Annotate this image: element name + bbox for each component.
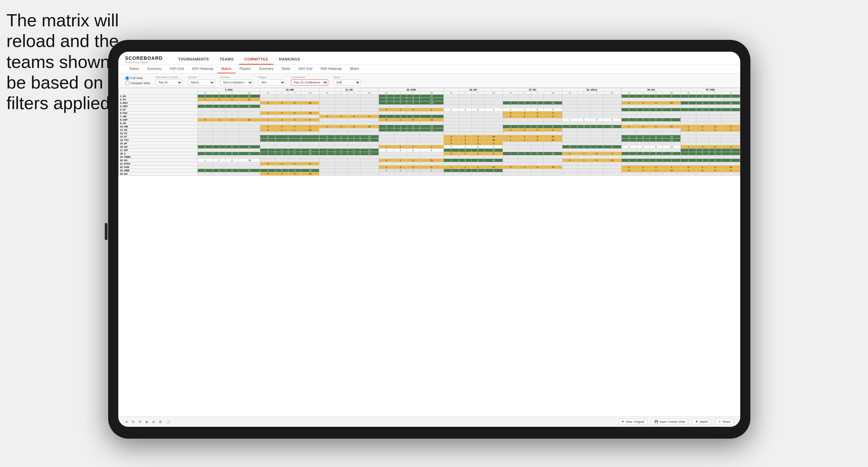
nav-item-rankings[interactable]: RANKINGS <box>273 54 306 65</box>
max-teams-select[interactable]: Top 25 Top 10 Top 50 <box>155 79 183 85</box>
zoom-out-icon[interactable]: ⊖ <box>152 420 155 424</box>
zoom-icon[interactable]: ⊕ <box>145 420 148 424</box>
subnav-teams[interactable]: Teams <box>125 65 143 73</box>
nav-item-committee[interactable]: COMMITTEE <box>239 54 274 65</box>
region-select[interactable]: N/A East West <box>259 79 286 85</box>
matrix-cell <box>562 108 577 112</box>
matrix-cell: 0 <box>696 152 709 155</box>
division-filter: Division NCAA Division I NCAA Division I… <box>220 76 253 85</box>
matrix-cell: 0 <box>335 149 347 152</box>
matrix-cell <box>335 159 347 162</box>
conference-select[interactable]: Pac-12 Conference (All) ACC <box>291 79 328 85</box>
redo-icon[interactable]: ↻ <box>132 420 135 424</box>
matrix-cell <box>225 172 238 176</box>
matrix-cell: 1 <box>590 145 603 149</box>
matrix-cell <box>544 105 562 108</box>
subnav-h2h-heatmap1[interactable]: H2H Heatmap <box>188 65 217 73</box>
table-row: 23. UNM200-212002500101000011101600 <box>119 169 740 172</box>
matrix-cell <box>722 172 740 176</box>
subnav-h2h-grid1[interactable]: H2H Grid <box>166 65 188 73</box>
matrix-cell: 2 <box>621 139 636 142</box>
gender-select[interactable]: Men's Women's <box>188 79 215 85</box>
matrix-cell <box>335 122 347 125</box>
matrix-cell <box>590 132 603 135</box>
tablet-side-button[interactable] <box>105 223 107 240</box>
matrix-cell <box>288 135 301 139</box>
matrix-cell <box>335 132 347 135</box>
undo-icon[interactable]: ↺ <box>125 420 128 424</box>
matrix-cell <box>419 172 443 176</box>
matrix-cell: 0 <box>319 115 335 118</box>
matrix-cell: 0 <box>603 118 621 122</box>
matrix-cell <box>275 98 288 101</box>
sh-d2: Dif <box>301 92 319 95</box>
matrix-cell <box>419 139 443 142</box>
matrix-cell: 0 <box>650 139 662 142</box>
nav-item-tournaments[interactable]: TOURNAMENTS <box>173 54 214 65</box>
matrix-cell: 0 <box>562 152 577 155</box>
matrix-cell <box>544 172 562 176</box>
clock-icon[interactable]: 🕐 <box>166 420 170 424</box>
full-view-radio[interactable]: Full View <box>125 76 150 80</box>
matrix-cell <box>709 155 722 159</box>
refresh-icon[interactable]: ⟳ <box>139 420 141 424</box>
matrix-cell <box>603 169 621 172</box>
matrix-cell: 44 <box>722 166 740 169</box>
matrix-cell: 1 <box>518 125 531 128</box>
matrix-area[interactable]: 3. ASU 10. UW 11. UA 22. UCB 24. UO 27. … <box>118 88 740 416</box>
matrix-cell <box>275 135 288 139</box>
matrix-cell <box>603 172 621 176</box>
save-custom-btn[interactable]: 💾 Save Custom View <box>651 419 688 425</box>
matrix-cell: 0 <box>360 115 379 118</box>
matrix-cell <box>562 132 577 135</box>
team-select[interactable]: (All) <box>334 79 361 85</box>
settings-icon[interactable]: ⚙ <box>159 420 162 424</box>
view-radio-group: Full View Compact View <box>125 76 150 85</box>
max-teams-filter: Max teams in view Top 25 Top 10 Top 50 <box>155 76 183 85</box>
subnav-players[interactable]: Players <box>236 65 255 73</box>
matrix-cell <box>603 128 621 132</box>
matrix-cell: 3 <box>681 101 696 105</box>
matrix-cell <box>681 135 696 139</box>
matrix-cell: 1 <box>443 149 459 152</box>
subnav-detail[interactable]: Detail <box>278 65 294 73</box>
matrix-cell <box>260 122 275 125</box>
subnav-h2h-grid2[interactable]: H2H Grid <box>294 65 316 73</box>
matrix-cell: 0 <box>443 135 459 139</box>
matrix-cell <box>394 155 407 159</box>
matrix-cell: 0 <box>503 115 518 118</box>
division-select[interactable]: NCAA Division I NCAA Division II <box>220 79 253 85</box>
sh-w1: W <box>197 92 213 95</box>
matrix-cell <box>518 95 531 98</box>
view-original-btn[interactable]: 👁 View: Original <box>618 419 647 425</box>
matrix-cell <box>459 105 472 108</box>
matrix-cell <box>275 105 288 108</box>
table-row: 13. UT221122020381202620018 <box>119 135 740 139</box>
matrix-cell: 2 <box>459 139 472 142</box>
matrix-cell: 2 <box>379 98 394 101</box>
share-btn[interactable]: ↗ Share <box>715 419 733 425</box>
subnav-matrix2[interactable]: Matrix <box>346 65 363 73</box>
matrix-cell <box>722 162 740 166</box>
matrix-cell <box>213 172 226 176</box>
nav-item-teams[interactable]: TEAMS <box>214 54 239 65</box>
matrix-cell <box>197 172 213 176</box>
matrix-cell <box>288 122 301 125</box>
matrix-cell <box>621 122 636 125</box>
matrix-cell: 0 <box>544 112 562 115</box>
matrix-cell <box>419 142 443 145</box>
subnav-summary2[interactable]: Summary <box>255 65 278 73</box>
compact-view-radio[interactable]: Compact View <box>125 81 150 85</box>
sh-w8: W <box>621 92 636 95</box>
subnav-matrix1[interactable]: Matrix <box>217 65 235 73</box>
matrix-cell <box>213 166 226 169</box>
matrix-cell <box>603 162 621 166</box>
subnav-h2h-heatmap2[interactable]: H2H Heatmap <box>316 65 346 73</box>
subnav-summary1[interactable]: Summary <box>143 65 166 73</box>
table-row: 20. UG110-3801023100430101310011000 <box>119 159 740 162</box>
matrix-cell: 0 <box>472 139 484 142</box>
matrix-cell: 0 <box>531 135 544 139</box>
matrix-cell: 0 <box>335 152 347 155</box>
matrix-cell <box>590 135 603 139</box>
watch-btn[interactable]: 👁 Watch <box>692 419 711 425</box>
